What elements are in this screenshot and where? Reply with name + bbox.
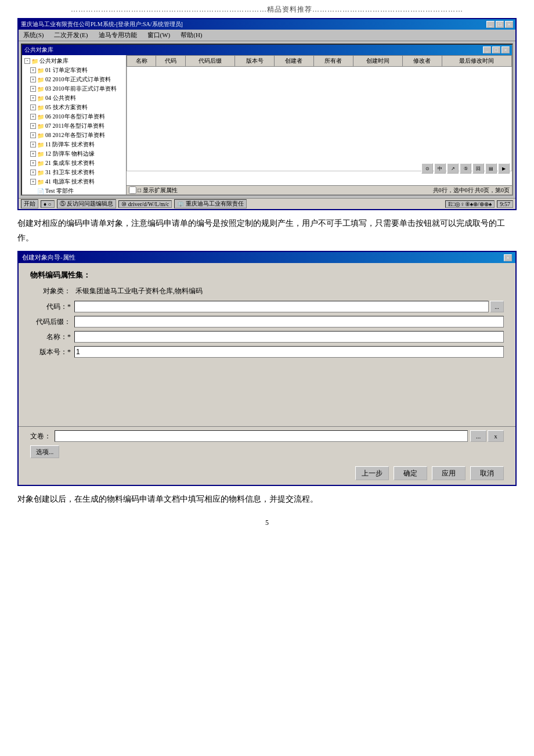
dialog-section-title: 物料编码属性集：	[30, 270, 504, 280]
file-input[interactable]	[55, 430, 468, 442]
tree-label-01: 01 订单定车资料	[45, 66, 88, 74]
toolbar-btn-3[interactable]: ↗	[447, 163, 459, 174]
ok-button[interactable]: 确定	[394, 466, 427, 480]
show-expand-checkbox[interactable]	[129, 186, 136, 194]
tree-item-07[interactable]: + 📁 07 2011年各型订单资料	[23, 121, 125, 131]
expand-icon-root[interactable]: -	[24, 58, 30, 64]
toolbar-btn-5[interactable]: 回	[472, 163, 484, 174]
tree-label-03: 03 2010年前非正式订单资料	[45, 85, 117, 93]
tree-item-08[interactable]: + 📁 08 2012年各型订单资料	[23, 131, 125, 140]
inner-win-buttons[interactable]: _ □ ×	[483, 46, 510, 53]
tree-label-21: 21 集成车 技术资料	[45, 159, 95, 167]
tree-item-31[interactable]: + 📁 31 扫卫车 技术资料	[23, 168, 125, 177]
expand-icon-05[interactable]: +	[30, 105, 36, 110]
dialog-file-section: 文卷： ... x 选项...	[19, 426, 515, 462]
show-expand-label[interactable]: □ 显示扩展属性	[129, 186, 178, 195]
menu-devtools[interactable]: 二次开发(E)	[52, 30, 90, 40]
tree-label-08: 08 2012年各型订单资料	[45, 131, 105, 139]
inner-minimize-button[interactable]: _	[483, 46, 491, 53]
panel-statusbar: □ 显示扩展属性 共0行，选中0行 共0页，第0页	[127, 185, 512, 195]
tree-item-root[interactable]: - 📁 公共对象库	[23, 56, 125, 66]
show-expand-text: □ 显示扩展属性	[138, 186, 178, 195]
expand-icon-21[interactable]: +	[30, 160, 36, 166]
tree-item-21[interactable]: + 📁 21 集成车 技术资料	[23, 159, 125, 168]
statusbar-item-3: ⑤ 反访问问题编辑息	[57, 199, 117, 208]
page-number: 5	[17, 519, 517, 527]
codesuffix-input[interactable]	[74, 316, 504, 327]
toolbar-btn-4[interactable]: ⑤	[460, 163, 471, 174]
form-row-name: 名称：*	[30, 331, 504, 343]
apply-button[interactable]: 应用	[432, 466, 466, 480]
file-browse-button[interactable]: ...	[470, 430, 486, 442]
tree-item-41[interactable]: + 📁 41 电源车 技术资料	[23, 177, 125, 186]
toolbar-btn-6[interactable]: ▤	[485, 163, 497, 174]
toolbar-btn-1[interactable]: ⊙	[421, 163, 433, 174]
folder-icon-08: 📁	[37, 132, 44, 139]
expand-icon-07[interactable]: +	[30, 123, 36, 129]
folder-icon-04: 📁	[37, 95, 44, 102]
expand-icon-04[interactable]: +	[30, 95, 36, 101]
app-title: 重庆迪马工业有限责任公司PLM系统-[登录用户:SA/系统管理员]	[21, 20, 183, 28]
file-clear-button[interactable]: x	[488, 430, 504, 442]
tree-label-05: 05 技术方案资料	[45, 103, 88, 111]
tree-item-11[interactable]: + 📁 11 防弹车 技术资料	[23, 140, 125, 149]
expand-icon-31[interactable]: +	[30, 170, 36, 175]
form-row-codesuffix: 代码后缀：	[30, 316, 504, 327]
inner-maximize-button[interactable]: □	[492, 46, 500, 53]
dialog-close-button[interactable]: ×	[504, 254, 512, 261]
inner-close-button[interactable]: ×	[501, 46, 510, 53]
expand-icon-01[interactable]: +	[30, 67, 36, 73]
version-input[interactable]	[74, 346, 504, 358]
expand-icon-02[interactable]: +	[30, 77, 36, 82]
toolbar-btn-2[interactable]: 中	[434, 163, 446, 174]
value-objclass: 禾银集团迪马工业电子资料仓库,物料编码	[74, 285, 504, 297]
expand-icon-03[interactable]: +	[30, 86, 36, 92]
expand-icon-41[interactable]: +	[30, 179, 36, 185]
panel-toolbar[interactable]: ⊙ 中 ↗ ⑤ 回 ▤ ▶	[421, 163, 510, 174]
col-header-modifier: 修改者	[403, 56, 442, 67]
maximize-button[interactable]: □	[496, 21, 504, 28]
top-dashed-line: ……………………………………………………………………精品资料推荐………………………	[0, 0, 534, 18]
expand-icon-08[interactable]: +	[30, 132, 36, 138]
tree-label-04: 04 公共资料	[45, 94, 76, 102]
app-titlebar: 重庆迪马工业有限责任公司PLM系统-[登录用户:SA/系统管理员] _ □ ×	[19, 19, 515, 30]
col-header-codesuffix: 代码后缀	[185, 56, 234, 67]
form-row-version: 版本号：*	[30, 346, 504, 358]
expand-icon-11[interactable]: +	[30, 142, 36, 147]
code-input[interactable]	[74, 301, 489, 312]
form-row-objclass: 对象类： 禾银集团迪马工业电子资料仓库,物料编码	[30, 285, 504, 297]
menu-special[interactable]: 迪马专用功能	[96, 30, 139, 40]
folder-icon-12: 📁	[37, 151, 44, 157]
toolbar-btn-7[interactable]: ▶	[498, 163, 510, 174]
col-header-owner: 所有者	[313, 56, 353, 67]
tree-item-12[interactable]: + 📁 12 防弹车 物料边缘	[23, 149, 125, 159]
cancel-button[interactable]: 取消	[470, 466, 504, 480]
options-button[interactable]: 选项...	[30, 445, 59, 458]
expand-icon-12[interactable]: +	[30, 151, 36, 157]
tree-item-02[interactable]: + 📁 02 2010年正式式订单资料	[23, 75, 125, 84]
menu-help[interactable]: 帮助(H)	[178, 30, 204, 40]
tree-item-04[interactable]: + 📁 04 公共资料	[23, 93, 125, 103]
close-button[interactable]: ×	[505, 21, 513, 28]
folder-icon-21: 📁	[37, 160, 44, 167]
expand-icon-06[interactable]: +	[30, 114, 36, 120]
minimize-button[interactable]: _	[486, 21, 495, 28]
dialog-buttons: 上一步 确定 应用 取消	[19, 462, 515, 485]
tree-item-03[interactable]: + 📁 03 2010年前非正式订单资料	[23, 84, 125, 93]
start-btn[interactable]: 开始	[21, 199, 38, 208]
menu-window[interactable]: 窗口(W)	[145, 30, 173, 40]
prev-button[interactable]: 上一步	[355, 466, 389, 480]
tree-panel: - 📁 公共对象库 + 📁 01 订单定车资料 + 📁 02 2010年正式式订…	[22, 55, 127, 195]
tree-label-root: 公共对象库	[39, 57, 68, 65]
app-titlebar-buttons[interactable]: _ □ ×	[486, 21, 513, 28]
app-menubar: 系统(S) 二次开发(E) 迪马专用功能 窗口(W) 帮助(H)	[19, 30, 515, 41]
tree-item-test1[interactable]: 📄 Test 零部件	[23, 186, 125, 195]
tree-item-01[interactable]: + 📁 01 订单定车资料	[23, 66, 125, 75]
name-input[interactable]	[74, 331, 504, 343]
tree-item-06[interactable]: + 📁 06 2010年各型订单资料	[23, 112, 125, 121]
folder-icon-root: 📁	[31, 58, 38, 64]
code-browse-button[interactable]: ...	[490, 301, 504, 312]
tree-item-05[interactable]: + 📁 05 技术方案资料	[23, 103, 125, 112]
menu-system[interactable]: 系统(S)	[21, 30, 46, 40]
file-buttons: ... x	[470, 430, 504, 442]
